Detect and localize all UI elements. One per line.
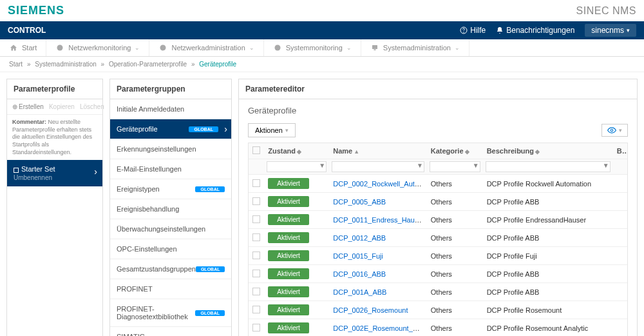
row-name-link[interactable]: DCP_001A_ABB xyxy=(333,288,386,296)
param-group-item[interactable]: Ereignisbehandlung xyxy=(110,199,231,219)
param-group-item[interactable]: GeräteprofileGLOBAL xyxy=(110,119,231,139)
svg-rect-5 xyxy=(372,45,377,49)
nav-tab-systemadministration[interactable]: Systemadministration⌄ xyxy=(361,39,469,56)
filter-name-input[interactable] xyxy=(332,161,424,172)
row-checkbox[interactable] xyxy=(252,215,260,223)
actions-dropdown[interactable]: Aktionen ▾ xyxy=(248,123,296,137)
user-menu[interactable]: sinecnms ▾ xyxy=(585,24,636,37)
svg-point-7 xyxy=(611,129,613,132)
param-group-label: Ereignistypen xyxy=(117,185,160,193)
row-checkbox[interactable] xyxy=(252,252,260,259)
profile-item-starter[interactable]: Starter Set Umbenennen xyxy=(7,160,102,186)
filter-icon[interactable]: ▼ xyxy=(603,162,609,169)
param-group-item[interactable]: E-Mail-Einstellungen xyxy=(110,159,231,179)
profile-rename[interactable]: Umbenennen xyxy=(14,174,96,181)
visibility-button[interactable]: ▾ xyxy=(601,124,628,137)
col-name-header[interactable]: Name▲ xyxy=(329,143,427,159)
copy-action[interactable]: Kopieren xyxy=(49,103,75,110)
svg-point-2 xyxy=(57,45,63,51)
row-name-link[interactable]: DCP_0026_Rosemount xyxy=(333,306,408,314)
row-name-link[interactable]: DCP_0005_ABB xyxy=(333,198,386,206)
help-icon xyxy=(460,26,468,34)
row-checkbox[interactable] xyxy=(252,306,260,313)
breadcrumb-item[interactable]: Systemadministration xyxy=(35,61,97,68)
global-badge: GLOBAL xyxy=(189,126,218,132)
row-category: Others xyxy=(427,229,483,247)
filter-icon[interactable]: ▼ xyxy=(417,162,423,169)
table-row: AktiviertDCP_002E_Rosemount_AnalyticOthe… xyxy=(249,319,627,337)
param-group-item[interactable]: SIMATIC xyxy=(110,327,231,336)
nav-icon xyxy=(55,43,64,52)
row-category: Others xyxy=(427,265,483,283)
table-row: AktiviertDCP_0026_RosemountOthersDCP Pro… xyxy=(249,301,627,319)
state-badge: Aktiviert xyxy=(268,178,309,189)
state-badge: Aktiviert xyxy=(268,232,309,243)
param-group-item[interactable]: PROFINET xyxy=(110,279,231,299)
breadcrumb-item[interactable]: Operation-Parameterprofile xyxy=(109,61,187,68)
create-label: Erstellen xyxy=(19,103,44,110)
state-badge: Aktiviert xyxy=(268,196,309,207)
filter-icon[interactable]: ▼ xyxy=(473,162,479,169)
col-category-header[interactable]: Kategorie◆ xyxy=(427,143,483,159)
breadcrumb-item[interactable]: Start xyxy=(9,61,23,68)
notifications-link[interactable]: Benachrichtigungen xyxy=(496,26,574,35)
copy-label: Kopieren xyxy=(49,103,75,110)
nav-tab-netzwerkadministration[interactable]: Netzwerkadministration⌄ xyxy=(149,39,263,56)
row-checkbox[interactable] xyxy=(252,179,260,187)
row-checkbox[interactable] xyxy=(252,270,260,277)
brand-company: SIEMENS xyxy=(8,4,64,17)
help-link[interactable]: Hilfe xyxy=(460,26,486,35)
create-action[interactable]: ⊕Erstellen xyxy=(12,103,44,110)
param-group-item[interactable]: EreignistypenGLOBAL xyxy=(110,179,231,199)
delete-action[interactable]: Löschen xyxy=(80,103,104,110)
nav-tab-netzwerkmonitoring[interactable]: Netzwerkmonitoring⌄ xyxy=(46,39,149,56)
row-checkbox[interactable] xyxy=(252,288,260,295)
param-group-item[interactable]: PROFINET-DiagnosetextbibliothekGLOBAL xyxy=(110,299,231,327)
filter-description-input[interactable] xyxy=(486,161,611,172)
nav-tab-label: Systemadministration xyxy=(383,44,451,52)
row-name-link[interactable]: DCP_0015_Fuji xyxy=(333,252,383,260)
nav-tab-start[interactable]: Start xyxy=(0,39,46,56)
filter-state-input[interactable] xyxy=(267,161,327,172)
table-row: AktiviertDCP_0011_Endress_HauserOthersDC… xyxy=(249,211,627,229)
state-badge: Aktiviert xyxy=(268,268,309,279)
row-description: DCP Profile ABB xyxy=(483,193,613,211)
col-state-header[interactable]: Zustand◆ xyxy=(264,143,329,159)
row-checkbox[interactable] xyxy=(252,197,260,205)
param-group-item[interactable]: Erkennungseinstellungen xyxy=(110,139,231,159)
param-group-item[interactable]: Initiale Anmeldedaten xyxy=(110,99,231,119)
nav-tab-label: Netzwerkadministration xyxy=(171,44,245,52)
row-checkbox[interactable] xyxy=(252,324,260,331)
chevron-down-icon: ⌄ xyxy=(249,44,254,51)
col-description-header[interactable]: Beschreibung◆ xyxy=(483,143,613,159)
row-description: DCP Profile ABB xyxy=(483,229,613,247)
table-row: AktiviertDCP_0016_ABBOthersDCP Profile A… xyxy=(249,265,627,283)
row-name-link[interactable]: DCP_002E_Rosemount_Analytic xyxy=(333,324,427,332)
editor-title: Geräteprofile xyxy=(248,106,628,115)
row-description: DCP Profile ABB xyxy=(483,265,613,283)
actions-label: Aktionen xyxy=(255,126,283,134)
breadcrumb-sep: » xyxy=(99,61,106,68)
chevron-down-icon: ▾ xyxy=(285,127,289,133)
svg-point-4 xyxy=(274,45,280,51)
col-ba-label: Ba... xyxy=(617,147,627,155)
row-checkbox[interactable] xyxy=(252,233,260,241)
chevron-down-icon: ⌄ xyxy=(135,44,140,51)
row-name-link[interactable]: DCP_0002_Rockwell_Automation xyxy=(333,180,427,188)
filter-icon[interactable]: ▼ xyxy=(319,162,325,169)
nav-tab-systemmonitoring[interactable]: Systemmonitoring⌄ xyxy=(264,39,361,56)
table-row: AktiviertDCP_0015_FujiOthersDCP Profile … xyxy=(249,247,627,265)
col-description-label: Beschreibung xyxy=(487,147,534,155)
select-all-checkbox[interactable] xyxy=(252,146,260,154)
table-row: AktiviertDCP_0002_Rockwell_AutomationOth… xyxy=(249,175,627,193)
param-group-item[interactable]: GesamtzustandsgruppenGLOBAL xyxy=(110,259,231,279)
param-group-item[interactable]: OPC-Einstellungen xyxy=(110,239,231,259)
param-group-label: Erkennungseinstellungen xyxy=(117,145,196,153)
col-category-label: Kategorie xyxy=(431,147,464,155)
row-name-link[interactable]: DCP_0016_ABB xyxy=(333,270,386,278)
row-name-link[interactable]: DCP_0012_ABB xyxy=(333,234,386,242)
mid-header: Parametergruppen xyxy=(110,79,231,99)
col-ba-header[interactable]: Ba... xyxy=(613,143,627,159)
row-name-link[interactable]: DCP_0011_Endress_Hauser xyxy=(333,216,424,224)
param-group-item[interactable]: Überwachungseinstellungen xyxy=(110,219,231,239)
